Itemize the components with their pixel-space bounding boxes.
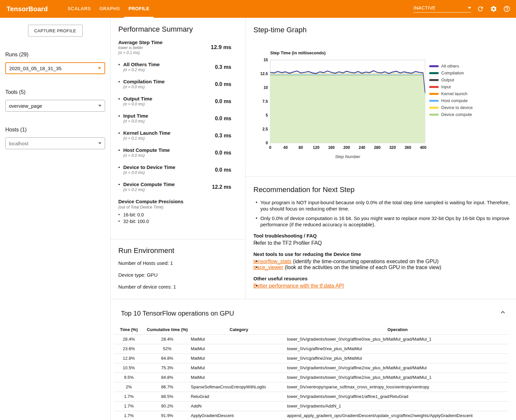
tools-select[interactable]: overview_page	[5, 100, 105, 112]
cumulative-cell: 86.7%	[144, 382, 191, 392]
metric-row: Compilation Time (σ = 0.0 ms) 0.0 ms	[118, 79, 231, 90]
top-ops-table: Time (%) Cumulative time (%) Category Op…	[114, 325, 508, 420]
legend-swatch	[429, 100, 439, 102]
chart-title: Step Time (in milliseconds)	[270, 50, 430, 55]
step-time-graph-title: Step-time Graph	[253, 26, 306, 34]
right-panel: Step-time Graph Step Time (in millisecon…	[245, 18, 516, 299]
header-actions: INACTIVE	[414, 5, 511, 13]
time-cell: 12.8%	[114, 353, 144, 363]
help-button[interactable]	[503, 5, 511, 13]
settings-button[interactable]	[490, 5, 498, 13]
svg-text:Step Number: Step Number	[335, 154, 360, 159]
runs-select-value: 2020_03_05_18_31_35	[9, 66, 62, 71]
legend-item-kernel-launch: Kernel launch	[429, 90, 473, 97]
legend-swatch	[429, 65, 439, 67]
cumulative-cell: 52%	[144, 344, 191, 353]
svg-text:120: 120	[313, 145, 319, 150]
legend-item-all-others: All others	[429, 63, 473, 70]
table-row: 2% 86.7% SparseSoftmaxCrossEntropyWithLo…	[114, 382, 508, 392]
hosts-select[interactable]: localhost	[5, 137, 105, 149]
tools-select-value: overview_page	[9, 103, 42, 109]
tab-graphs[interactable]: GRAPHS	[95, 0, 124, 18]
time-cell: 1.7%	[114, 392, 144, 401]
legend-label: Kernel launch	[441, 91, 468, 96]
refresh-button[interactable]	[476, 5, 484, 13]
cumulative-cell: 90.2%	[144, 401, 191, 411]
legend-item-host-compute: Host compute	[429, 97, 473, 104]
operation-cell: append_apply_gradient_ops/GradientDescen…	[287, 411, 508, 420]
tools-label: Tools (5)	[5, 89, 105, 95]
metric-sigma: (σ = 0.2 ms)	[123, 187, 175, 192]
trace-viewer-link[interactable]: trace_viewer	[253, 265, 283, 270]
divider	[111, 239, 245, 239]
tfdata-performance-link[interactable]: Better performance with the tf.data API	[253, 283, 344, 289]
operation-cell: tower_0/v/cg/affine2/xw_plus_b/MatMul	[287, 353, 508, 363]
average-step-time-row: Average Step Time lower is better (σ = 0…	[118, 40, 231, 55]
svg-text:80: 80	[299, 145, 303, 150]
legend-item-input: Input	[429, 83, 473, 90]
recommendation-section: Recommendation for Next Step Your progra…	[253, 182, 514, 289]
table-row: 12.8% 64.8% MatMul tower_0/v/cg/affine2/…	[114, 353, 508, 363]
metric-value: 0.0 ms	[215, 98, 231, 104]
svg-text:160: 160	[328, 145, 335, 150]
category-cell: MatMul	[191, 353, 287, 363]
metric-label: Output Time	[123, 96, 152, 102]
cumulative-cell: 88.5%	[144, 392, 191, 401]
collapse-button[interactable]	[499, 308, 507, 316]
metric-label: Device to Device Time	[123, 164, 175, 170]
legend-swatch	[429, 93, 439, 95]
time-cell: 1.7%	[114, 401, 144, 411]
time-cell: 23.6%	[114, 344, 144, 353]
next-tool-item: tensorflow_stats (identify the time-cons…	[253, 259, 514, 265]
header-tabs: SCALARS GRAPHS PROFILE	[63, 0, 154, 18]
legend-swatch	[429, 72, 439, 74]
faq-item: Refer to the TF2 Profiler FAQ	[253, 240, 514, 246]
chart-legend: All othersCompilationOutputInputKernel l…	[429, 63, 473, 118]
metric-row: Output Time (σ = 0.0 ms) 0.0 ms	[118, 96, 231, 107]
operation-cell: tower_0/v/gradients/tower_0/v/cg/affine1…	[287, 392, 508, 401]
time-cell: 10.5%	[114, 363, 144, 373]
category-cell: MatMul	[191, 344, 287, 353]
legend-item-output: Output	[429, 76, 473, 83]
metric-label: Average Step Time	[118, 40, 162, 45]
tools-group: Tools (5) overview_page	[5, 89, 105, 112]
run-environment-title: Run Environment	[118, 246, 237, 255]
svg-text:280: 280	[374, 145, 381, 150]
sidebar: CAPTURE PROFILE Runs (29) 2020_03_05_18_…	[0, 18, 110, 420]
operation-cell: tower_0/v/xentropy/sparse_softmax_cross_…	[287, 382, 508, 392]
svg-text:12.5: 12.5	[260, 71, 268, 76]
svg-text:0: 0	[266, 141, 268, 145]
metric-label: Input Time	[123, 113, 148, 119]
capture-profile-button[interactable]: CAPTURE PROFILE	[28, 25, 83, 37]
tab-profile[interactable]: PROFILE	[124, 0, 154, 18]
hosts-select-value: localhost	[9, 141, 28, 146]
table-row: 1.7% 88.5% ReluGrad tower_0/v/gradients/…	[114, 392, 508, 401]
step-time-chart-area: Step Time (in milliseconds) 02.557.51012…	[257, 50, 430, 161]
svg-text:400: 400	[420, 145, 426, 150]
operation-cell: tower_0/v/gradients/AddN_1	[287, 401, 508, 411]
caret-down-icon	[98, 105, 101, 107]
runs-select[interactable]: 2020_03_05_18_31_35	[5, 62, 105, 74]
env-line: Number of Hosts used: 1	[118, 260, 237, 266]
status-dropdown[interactable]: INACTIVE	[414, 5, 471, 13]
performance-summary-panel: Performance Summary Average Step Time lo…	[110, 18, 245, 299]
col-header-operation: Operation	[287, 325, 508, 334]
col-header-time: Time (%)	[114, 325, 144, 334]
svg-text:5: 5	[266, 113, 268, 118]
tensorflow-stats-link[interactable]: tensorflow_stats	[253, 259, 292, 264]
table-row: 10.5% 75.3% MatMul tower_0/v/gradients/t…	[114, 363, 508, 373]
caret-down-icon	[98, 142, 101, 144]
category-cell: AddN	[191, 401, 287, 411]
run-environment-section: Run Environment Number of Hosts used: 1 …	[118, 246, 237, 296]
legend-item-compilation: Compilation	[429, 70, 473, 76]
refresh-icon	[477, 5, 484, 13]
svg-text:40: 40	[283, 145, 288, 150]
tab-scalars[interactable]: SCALARS	[63, 0, 95, 18]
time-cell: 2%	[114, 382, 144, 392]
caret-down-icon	[98, 67, 101, 69]
time-cell: 28.4%	[114, 334, 144, 344]
legend-swatch	[429, 107, 439, 109]
category-cell: ReluGrad	[191, 392, 287, 401]
legend-item-device-to-device: Device to device	[429, 104, 473, 111]
metric-value: 0.0 ms	[215, 167, 231, 173]
